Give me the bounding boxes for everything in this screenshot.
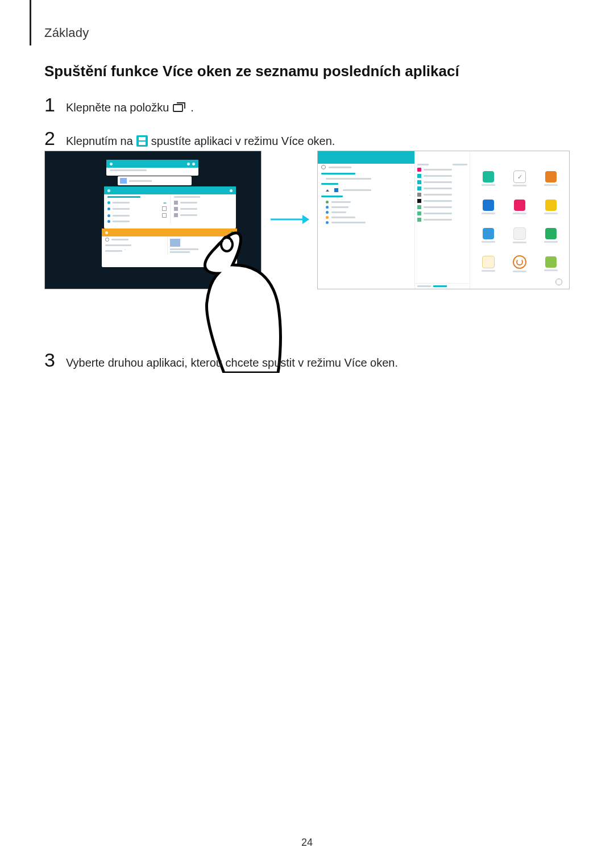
step-2-text-before: Klepnutím na [66, 132, 133, 149]
header-rule [30, 0, 31, 45]
step-3: 3 Vyberte druhou aplikaci, kterou chcete… [44, 350, 398, 371]
step-number: 1 [44, 95, 66, 114]
app-icon [544, 171, 558, 186]
app-icon [482, 200, 495, 214]
close-icon [555, 279, 562, 285]
recent-apps-icon [172, 102, 187, 113]
page-number: 24 [0, 837, 614, 849]
running-header: Základy [44, 26, 89, 40]
step-1: 1 Klepněte na položku . [44, 95, 570, 116]
step-number: 2 [44, 128, 66, 148]
step-1-text-before: Klepněte na položku [66, 99, 169, 116]
app-icon [513, 255, 526, 272]
app-icon [482, 171, 495, 186]
app-icon [544, 256, 558, 271]
step-1-text-after: . [190, 99, 194, 116]
screenshot-multiwindow-picker: ˄ ˄ ˄ [317, 151, 570, 289]
app-icon [544, 200, 558, 214]
step-3-text: Vyberte druhou aplikaci, kterou chcete s… [66, 354, 398, 371]
app-icon [544, 228, 558, 243]
app-icon: ✓ [513, 171, 526, 186]
app-icon [482, 256, 495, 272]
figure-row: ▬ [44, 151, 570, 344]
step-number: 3 [44, 350, 66, 369]
app-icon [513, 227, 526, 243]
app-icon [513, 200, 526, 214]
split-window-icon [136, 135, 148, 147]
close-all-button [235, 281, 258, 286]
arrow-icon [269, 151, 309, 288]
screenshot-recent-apps: ▬ [44, 151, 262, 289]
svg-rect-0 [173, 105, 182, 111]
step-2: 2 Klepnutím na spustíte aplikaci v režim… [44, 128, 570, 149]
step-2-text-after: spustíte aplikaci v režimu Více oken. [151, 132, 335, 149]
app-icon [482, 228, 495, 243]
svg-rect-2 [139, 137, 146, 140]
page-title: Spuštění funkce Více oken ze seznamu pos… [44, 63, 459, 80]
svg-rect-3 [139, 142, 146, 145]
